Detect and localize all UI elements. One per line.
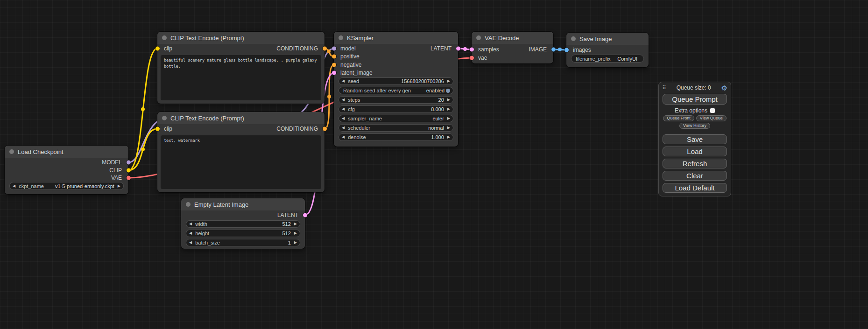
extra-options-row: Extra options (659, 107, 731, 114)
increment-arrow-icon[interactable]: ▶ (447, 135, 450, 139)
node-title-bar[interactable]: Load Checkpoint (5, 146, 128, 158)
input-label-negative: negative (340, 62, 361, 68)
decrement-arrow-icon[interactable]: ◀ (342, 126, 345, 130)
widget-label: scheduler (348, 125, 370, 131)
node-empty-latent-image[interactable]: Empty Latent Image LATENT ◀ width 512 ▶ … (181, 198, 305, 249)
widget-batch-size[interactable]: ◀ batch_size 1 ▶ (186, 239, 300, 246)
decrement-arrow-icon[interactable]: ◀ (13, 184, 15, 188)
node-title-bar[interactable]: CLIP Text Encode (Prompt) (157, 32, 325, 44)
node-title-bar[interactable]: Empty Latent Image (181, 198, 305, 210)
collapse-dot-icon[interactable] (186, 202, 191, 207)
node-graph-canvas[interactable]: Load Checkpoint MODEL CLIP VAE ◀ ckpt_na… (0, 0, 868, 329)
decrement-arrow-icon[interactable]: ◀ (342, 79, 345, 83)
input-port-clip[interactable] (155, 47, 160, 51)
input-port-vae[interactable] (470, 56, 474, 60)
node-title-bar[interactable]: Save Image (566, 33, 649, 45)
output-port-latent[interactable] (303, 213, 307, 217)
node-title-bar[interactable]: CLIP Text Encode (Prompt) (157, 112, 325, 124)
settings-gear-icon[interactable]: ⚙ (721, 84, 727, 91)
widget-height[interactable]: ◀ height 512 ▶ (186, 230, 300, 237)
node-load-checkpoint[interactable]: Load Checkpoint MODEL CLIP VAE ◀ ckpt_na… (5, 146, 128, 194)
node-title: Save Image (579, 35, 612, 42)
decrement-arrow-icon[interactable]: ◀ (342, 98, 345, 102)
increment-arrow-icon[interactable]: ▶ (447, 126, 450, 130)
node-ksampler[interactable]: KSampler LATENT model positive negative … (334, 32, 458, 147)
output-port-clip[interactable] (127, 168, 131, 173)
collapse-dot-icon[interactable] (476, 35, 481, 40)
prompt-textarea[interactable]: text, watermark (161, 135, 321, 189)
save-button[interactable]: Save (663, 134, 727, 144)
decrement-arrow-icon[interactable]: ◀ (189, 222, 192, 226)
increment-arrow-icon[interactable]: ▶ (294, 241, 297, 245)
output-label-latent: LATENT (277, 212, 298, 218)
input-label-model: model (340, 45, 356, 52)
input-port-samples[interactable] (470, 48, 474, 52)
output-port-image[interactable] (551, 48, 556, 52)
widget-label: filename_prefix (576, 56, 611, 62)
collapse-dot-icon[interactable] (339, 35, 343, 40)
load-button[interactable]: Load (663, 147, 727, 156)
decrement-arrow-icon[interactable]: ◀ (342, 107, 345, 111)
node-title-bar[interactable]: KSampler (334, 32, 458, 44)
widget-ckpt-name[interactable]: ◀ ckpt_name v1-5-pruned-emaonly.ckpt ▶ (9, 182, 124, 190)
drag-handle-icon[interactable]: ⠿ (662, 84, 666, 91)
output-port-conditioning[interactable] (323, 47, 327, 51)
toggle-dot[interactable] (446, 89, 450, 93)
widget-seed[interactable]: ◀ seed 156680208700286 ▶ (339, 77, 453, 85)
node-title: KSampler (347, 35, 374, 42)
increment-arrow-icon[interactable]: ▶ (294, 222, 297, 226)
extra-options-checkbox[interactable] (710, 108, 715, 113)
increment-arrow-icon[interactable]: ▶ (447, 79, 450, 83)
decrement-arrow-icon[interactable]: ◀ (342, 117, 345, 120)
node-clip-text-encode-negative[interactable]: CLIP Text Encode (Prompt) clip CONDITION… (157, 112, 325, 192)
node-title-bar[interactable]: VAE Decode (472, 32, 553, 44)
collapse-dot-icon[interactable] (571, 36, 576, 41)
output-port-vae[interactable] (127, 176, 131, 180)
widget-filename-prefix[interactable]: filename_prefix ComfyUI (571, 55, 644, 63)
collapse-dot-icon[interactable] (9, 149, 14, 154)
widget-width[interactable]: ◀ width 512 ▶ (186, 220, 300, 228)
increment-arrow-icon[interactable]: ▶ (294, 231, 297, 235)
queue-front-button[interactable]: Queue Front (663, 115, 694, 121)
increment-arrow-icon[interactable]: ▶ (447, 117, 450, 120)
output-port-model[interactable] (127, 161, 131, 165)
queue-panel-header: ⠿ Queue size: 0 ⚙ (662, 84, 727, 92)
increment-arrow-icon[interactable]: ▶ (447, 107, 450, 111)
increment-arrow-icon[interactable]: ▶ (118, 184, 120, 188)
collapse-dot-icon[interactable] (162, 116, 167, 120)
view-history-button[interactable]: View History (679, 123, 710, 129)
widget-denoise[interactable]: ◀ denoise 1.000 ▶ (339, 133, 453, 141)
load-default-button[interactable]: Load Default (663, 183, 727, 193)
widget-cfg[interactable]: ◀ cfg 8.000 ▶ (339, 105, 453, 113)
decrement-arrow-icon[interactable]: ◀ (342, 135, 345, 139)
increment-arrow-icon[interactable]: ▶ (447, 98, 450, 102)
input-port-images[interactable] (565, 48, 569, 52)
input-port-latent-image[interactable] (332, 71, 336, 75)
clear-button[interactable]: Clear (663, 171, 727, 181)
node-vae-decode[interactable]: VAE Decode samples IMAGE vae (472, 32, 553, 63)
widget-scheduler[interactable]: ◀ scheduler normal ▶ (339, 124, 453, 132)
collapse-dot-icon[interactable] (162, 35, 167, 40)
view-queue-button[interactable]: View Queue (696, 115, 727, 121)
refresh-button[interactable]: Refresh (663, 159, 727, 168)
widget-control-after-generate[interactable]: Random seed after every gen enabled (339, 87, 453, 94)
widget-label: batch_size (195, 240, 220, 245)
queue-prompt-button[interactable]: Queue Prompt (663, 94, 727, 105)
node-clip-text-encode-positive[interactable]: CLIP Text Encode (Prompt) clip CONDITION… (157, 32, 325, 104)
node-save-image[interactable]: Save Image images filename_prefix ComfyU… (566, 33, 649, 67)
prompt-textarea[interactable]: beautiful scenery nature glass bottle la… (161, 55, 321, 100)
widget-sampler-name[interactable]: ◀ sampler_name euler ▶ (339, 115, 453, 122)
widget-value: v1-5-pruned-emaonly.ckpt (55, 183, 114, 189)
node-title: VAE Decode (485, 35, 519, 42)
input-port-positive[interactable] (332, 55, 336, 59)
output-port-conditioning[interactable] (323, 127, 327, 131)
output-row: LATENT (181, 211, 305, 219)
input-port-negative[interactable] (332, 63, 336, 67)
widget-steps[interactable]: ◀ steps 20 ▶ (339, 96, 453, 104)
decrement-arrow-icon[interactable]: ◀ (189, 241, 192, 245)
node-title: CLIP Text Encode (Prompt) (170, 115, 244, 122)
port-row: clip CONDITIONING (157, 45, 325, 52)
decrement-arrow-icon[interactable]: ◀ (189, 231, 192, 235)
input-port-clip[interactable] (155, 127, 160, 131)
input-port-model[interactable] (332, 47, 336, 51)
